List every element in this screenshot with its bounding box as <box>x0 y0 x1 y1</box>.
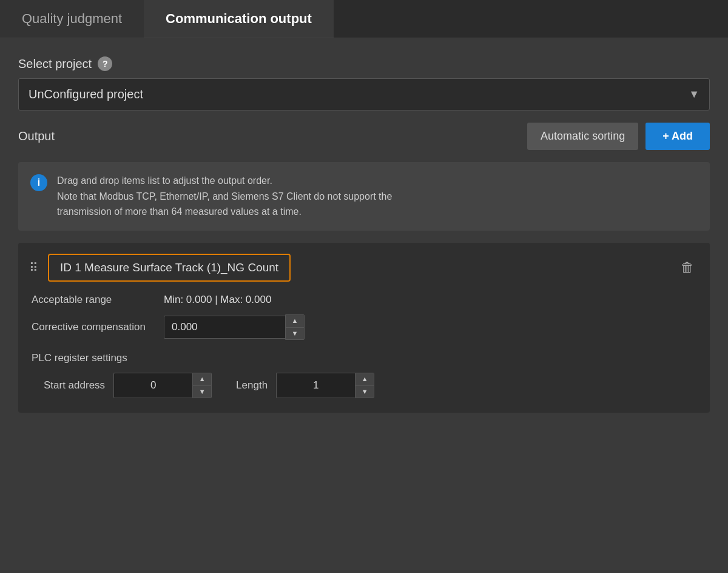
length-input-wrapper: ▲ ▼ <box>276 373 374 398</box>
corrective-compensation-spinner: ▲ ▼ <box>285 314 305 340</box>
info-box: i Drag and drop items list to adjust the… <box>18 162 710 231</box>
select-project-text: Select project <box>18 57 92 71</box>
corrective-compensation-label: Corrective compensation <box>32 321 146 333</box>
output-label: Output <box>18 129 55 143</box>
select-project-label-row: Select project ? <box>18 56 710 71</box>
select-project-section: Select project ? UnConfigured project ▼ <box>18 56 710 110</box>
info-text: Drag and drop items list to adjust the o… <box>57 173 392 220</box>
corrective-compensation-input[interactable] <box>164 316 285 339</box>
delete-item-button[interactable]: 🗑 <box>676 257 699 278</box>
tab-quality[interactable]: Quality judgment <box>0 0 144 38</box>
tab-bar: Quality judgment Communication output <box>0 0 728 38</box>
start-address-input[interactable] <box>113 373 192 398</box>
output-item-drag: ⠿ ID 1 Measure Surface Track (1)_NG Coun… <box>29 254 291 282</box>
output-buttons: Automatic sorting + Add <box>527 123 710 150</box>
output-item-name: ID 1 Measure Surface Track (1)_NG Count <box>60 261 278 274</box>
start-address-input-wrapper: ▲ ▼ <box>113 373 212 398</box>
output-item-header: ⠿ ID 1 Measure Surface Track (1)_NG Coun… <box>29 254 699 282</box>
help-icon[interactable]: ? <box>98 56 112 71</box>
start-address-up[interactable]: ▲ <box>193 373 211 385</box>
acceptable-range-value: Min: 0.000 | Max: 0.000 <box>164 294 696 306</box>
acceptable-range-label: Acceptable range <box>32 294 146 306</box>
length-up[interactable]: ▲ <box>356 373 374 385</box>
length-group: Length ▲ ▼ <box>236 373 374 398</box>
output-item-name-box: ID 1 Measure Surface Track (1)_NG Count <box>48 254 291 282</box>
info-line3: transmission of more than 64 measured va… <box>57 204 392 220</box>
corrective-compensation-up[interactable]: ▲ <box>286 315 304 327</box>
start-address-down[interactable]: ▼ <box>193 385 211 398</box>
app-container: Quality judgment Communication output Se… <box>0 0 728 573</box>
length-label: Length <box>236 379 268 392</box>
plc-fields-row: Start address ▲ ▼ Length <box>32 373 696 398</box>
length-input[interactable] <box>276 373 355 398</box>
auto-sort-button[interactable]: Automatic sorting <box>527 123 638 150</box>
info-line2: Note that Modbus TCP, Ethernet/IP, and S… <box>57 189 392 205</box>
main-content: Select project ? UnConfigured project ▼ … <box>0 38 728 573</box>
corrective-compensation-input-row: ▲ ▼ <box>164 314 696 340</box>
length-down[interactable]: ▼ <box>356 385 374 398</box>
info-line1: Drag and drop items list to adjust the o… <box>57 173 392 189</box>
chevron-down-icon: ▼ <box>689 88 699 101</box>
tab-communication[interactable]: Communication output <box>144 0 334 38</box>
start-address-spinner: ▲ ▼ <box>192 373 212 398</box>
output-row: Output Automatic sorting + Add <box>18 123 710 150</box>
output-item-card: ⠿ ID 1 Measure Surface Track (1)_NG Coun… <box>18 243 710 413</box>
info-icon: i <box>30 174 47 191</box>
properties-grid: Acceptable range Min: 0.000 | Max: 0.000… <box>29 294 699 398</box>
drag-handle-icon[interactable]: ⠿ <box>29 260 38 275</box>
project-dropdown[interactable]: UnConfigured project ▼ <box>18 78 710 110</box>
corrective-compensation-down[interactable]: ▼ <box>286 327 304 339</box>
plc-register-label: PLC register settings <box>32 352 696 364</box>
length-spinner: ▲ ▼ <box>355 373 374 398</box>
start-address-group: Start address ▲ ▼ <box>44 373 212 398</box>
add-button[interactable]: + Add <box>645 123 710 150</box>
dropdown-value: UnConfigured project <box>29 87 143 101</box>
start-address-label: Start address <box>44 379 105 392</box>
